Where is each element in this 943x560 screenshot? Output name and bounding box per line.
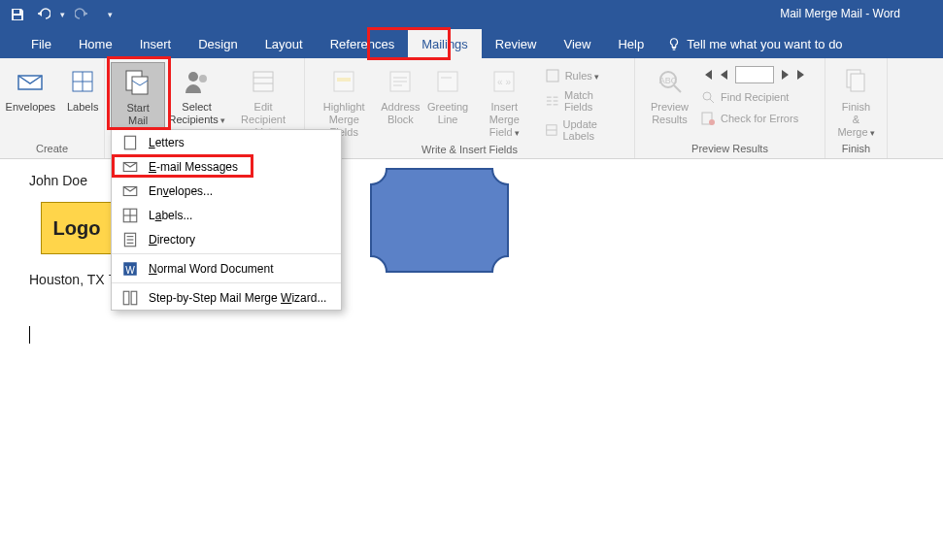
tab-references[interactable]: References [317,29,408,58]
start-mail-merge-dropdown: Letters E-mail Messages Envelopes... Lab… [111,129,342,311]
group-write-insert: Highlight Merge Fields Address Block Gre… [305,58,635,158]
labels-icon [67,66,98,97]
dropdown-wizard[interactable]: Step-by-Step Mail Merge Wizard... [112,285,341,310]
group-finish: Finish & Merge Finish [825,58,888,158]
start-mail-merge-icon [122,67,153,98]
letter-icon [121,134,139,151]
greeting-line-button[interactable]: Greeting Line [423,62,471,128]
save-icon[interactable] [10,7,25,22]
group-finish-label: Finish [842,143,870,158]
select-recipients-button[interactable]: Select Recipients [165,62,228,129]
address-block-icon [385,66,416,97]
wizard-icon [121,289,139,307]
labels-label: Labels [67,101,98,114]
ribbon-tabs: File Home Insert Design Layout Reference… [0,29,943,58]
dropdown-directory[interactable]: Directory [112,227,341,251]
email-icon [121,158,139,176]
record-number-input[interactable] [735,66,774,83]
tell-me-search[interactable]: Tell me what you want to do [657,37,842,51]
envelopes-button[interactable]: Envelopes [0,62,61,115]
svg-point-8 [188,72,198,82]
dropdown-envelopes[interactable]: Envelopes... [112,179,341,203]
tab-insert[interactable]: Insert [126,29,185,58]
svg-rect-35 [124,136,135,149]
update-labels-icon [545,122,558,138]
rules-icon [545,68,560,83]
word-icon: W [121,260,139,278]
insert-merge-field-button[interactable]: « » Insert Merge Field [472,62,537,142]
preview-results-icon: ABC [655,66,686,97]
rules-button[interactable]: Rules [539,66,628,85]
edit-recipient-list-icon [248,66,279,97]
logo-placeholder: Logo [41,202,113,254]
redo-icon[interactable] [75,7,90,22]
finish-merge-button[interactable]: Finish & Merge [831,62,881,142]
tab-help[interactable]: Help [604,29,657,58]
group-preview-results: ABC Preview Results Find Recipient [635,58,825,158]
first-record-icon[interactable] [700,68,714,82]
select-recipients-label2: Recipients [168,114,224,127]
svg-rect-19 [438,72,457,91]
svg-point-9 [199,75,207,82]
greeting-line-icon [432,66,463,97]
svg-rect-14 [337,78,351,82]
tab-view[interactable]: View [550,29,604,58]
dropdown-labels[interactable]: Labels... [112,203,341,227]
undo-more-icon[interactable]: ▾ [60,10,65,19]
tab-mailings[interactable]: Mailings [408,29,482,58]
prev-record-icon[interactable] [718,68,731,82]
title-bar: ▾ ▾ Mail Merge Mail - Word [0,0,943,29]
tell-me-label: Tell me what you want to do [687,37,842,51]
tab-design[interactable]: Design [185,29,251,58]
svg-rect-1 [14,16,21,19]
svg-point-29 [703,92,711,100]
svg-rect-23 [547,70,558,82]
last-record-icon[interactable] [795,68,809,82]
edit-recipient-label1: Edit [254,101,273,114]
address-block-button[interactable]: Address Block [377,62,423,128]
quick-access-toolbar: ▾ ▾ [0,7,113,22]
labels-button[interactable]: Labels [61,62,104,115]
group-preview-label: Preview Results [691,143,768,158]
svg-text:« »: « » [497,77,511,87]
qat-customize-icon[interactable]: ▾ [108,10,113,19]
tab-file[interactable]: File [17,29,65,58]
match-fields-icon [545,93,559,109]
dropdown-letters[interactable]: Letters [112,130,341,154]
dropdown-email-messages[interactable]: E-mail Messages [112,154,341,179]
svg-line-30 [710,99,714,103]
dropdown-normal-document[interactable]: W Normal Word Document [112,256,341,280]
svg-text:W: W [125,264,135,275]
svg-point-32 [709,119,715,125]
document-title: Mail Merge Mail - Word [780,7,900,20]
record-navigation [694,64,815,85]
next-record-icon[interactable] [778,68,791,82]
svg-rect-34 [851,74,864,91]
highlight-icon [328,66,359,97]
envelopes-label: Envelopes [6,101,55,114]
insert-merge-field-icon: « » [488,66,520,97]
match-fields-button[interactable]: Match Fields [539,87,628,115]
group-write-label: Write & Insert Fields [421,144,518,159]
svg-rect-0 [14,10,19,14]
svg-line-27 [674,85,681,92]
text-cursor [29,326,30,344]
envelope-icon [15,66,46,97]
undo-icon[interactable] [35,7,51,22]
tab-home[interactable]: Home [65,29,126,58]
svg-rect-10 [253,72,273,91]
tab-layout[interactable]: Layout [252,29,317,58]
svg-text:ABC: ABC [658,76,677,85]
find-recipient-button[interactable]: Find Recipient [694,87,815,107]
svg-rect-48 [131,291,137,305]
dropdown-separator [112,253,341,254]
lightbulb-icon [667,37,681,50]
preview-results-button[interactable]: ABC Preview Results [645,62,694,128]
tab-review[interactable]: Review [482,29,551,58]
blue-plaque-shape[interactable] [369,167,510,274]
labels-small-icon [121,207,139,224]
check-for-errors-button[interactable]: Check for Errors [694,109,815,128]
start-mail-merge-label1: Start Mail [118,102,158,127]
update-labels-button[interactable]: Update Labels [539,116,628,144]
group-create-label: Create [36,143,68,158]
